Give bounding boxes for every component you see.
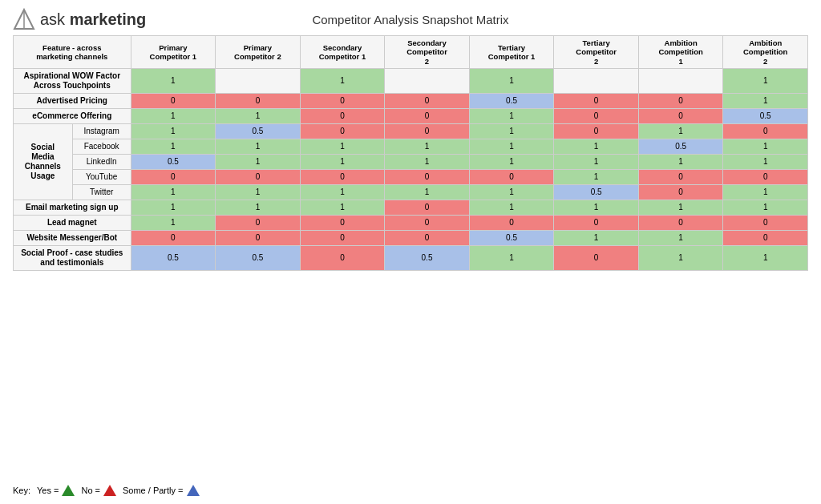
col-header-sc1: SecondaryCompetitor 1 — [300, 36, 385, 69]
key-yes: Yes = — [37, 485, 75, 496]
logo-marketing: marketing — [65, 10, 146, 28]
value-cell: 0 — [385, 170, 470, 185]
value-cell: 0 — [638, 170, 723, 185]
value-cell: 0 — [300, 94, 385, 109]
value-cell: 0 — [638, 109, 723, 124]
value-cell: 1 — [638, 246, 723, 271]
value-cell: 0 — [469, 216, 554, 231]
value-cell — [385, 69, 470, 94]
value-cell: 0 — [638, 185, 723, 200]
value-cell: 0 — [216, 216, 301, 231]
value-cell: 0.5 — [469, 231, 554, 246]
value-cell: 0.5 — [723, 109, 808, 124]
value-cell: 0 — [131, 94, 216, 109]
value-cell: 0 — [385, 109, 470, 124]
col-header-tc2: TertiaryCompetitor2 — [554, 36, 639, 69]
table-row: LinkedIn0.51111111 — [14, 155, 808, 170]
col-header-ac1: AmbitionCompetition1 — [638, 36, 723, 69]
value-cell: 0 — [554, 109, 639, 124]
value-cell: 0.5 — [385, 246, 470, 271]
value-cell: 1 — [638, 200, 723, 216]
value-cell: 1 — [300, 155, 385, 170]
value-cell: 0 — [554, 246, 639, 271]
page-title: Competitor Analysis Snapshot Matrix — [312, 13, 508, 26]
key-some-label: Some / Partly = — [123, 486, 184, 495]
value-cell: 1 — [723, 185, 808, 200]
sub-feature-cell: YouTube — [72, 170, 131, 185]
logo-text: ask marketing — [40, 10, 146, 29]
header: ask marketing Competitor Analysis Snapsh… — [13, 8, 808, 30]
value-cell: 0 — [300, 231, 385, 246]
value-cell: 1 — [554, 231, 639, 246]
value-cell: 0 — [216, 94, 301, 109]
blue-triangle-icon — [187, 485, 200, 496]
sub-feature-cell: LinkedIn — [72, 155, 131, 170]
col-header-sc2: SecondaryCompetitor2 — [385, 36, 470, 69]
value-cell: 1 — [216, 139, 301, 155]
value-cell: 1 — [554, 139, 639, 155]
value-cell: 0 — [385, 124, 470, 139]
value-cell — [554, 69, 639, 94]
value-cell: 0.5 — [554, 185, 639, 200]
value-cell: 0 — [300, 216, 385, 231]
value-cell: 1 — [131, 109, 216, 124]
value-cell: 0.5 — [216, 246, 301, 271]
social-media-group: SocialMediaChannelsUsage — [14, 124, 73, 200]
value-cell: 0.5 — [638, 139, 723, 155]
value-cell: 1 — [131, 185, 216, 200]
feature-cell: Website Messenger/Bot — [14, 231, 131, 246]
value-cell: 1 — [723, 139, 808, 155]
header-row: Feature - acrossmarketing channels Prima… — [14, 36, 808, 69]
value-cell: 1 — [554, 155, 639, 170]
value-cell: 0 — [723, 124, 808, 139]
value-cell — [216, 69, 301, 94]
value-cell: 0 — [723, 231, 808, 246]
value-cell: 1 — [131, 216, 216, 231]
feature-cell: Email marketing sign up — [14, 200, 131, 216]
value-cell: 1 — [469, 185, 554, 200]
value-cell: 0 — [131, 170, 216, 185]
feature-cell: eCommerce Offering — [14, 109, 131, 124]
value-cell: 0 — [216, 170, 301, 185]
value-cell: 0 — [385, 94, 470, 109]
green-triangle-icon — [62, 485, 75, 496]
value-cell: 0 — [554, 94, 639, 109]
value-cell: 0 — [723, 170, 808, 185]
value-cell: 1 — [638, 124, 723, 139]
logo-icon — [13, 8, 35, 30]
value-cell: 1 — [131, 139, 216, 155]
value-cell: 0 — [385, 231, 470, 246]
matrix-table: Feature - acrossmarketing channels Prima… — [13, 35, 808, 271]
value-cell: 0 — [554, 216, 639, 231]
key-some: Some / Partly = — [123, 485, 200, 496]
value-cell: 1 — [723, 69, 808, 94]
value-cell: 0 — [216, 231, 301, 246]
table-row: Aspirational WOW Factor Across Touchpoin… — [14, 69, 808, 94]
col-header-ac2: AmbitionCompetition2 — [723, 36, 808, 69]
sub-feature-cell: Twitter — [72, 185, 131, 200]
table-row: Advertised Pricing00000.5001 — [14, 94, 808, 109]
table-row: eCommerce Offering11001000.5 — [14, 109, 808, 124]
page: ask marketing Competitor Analysis Snapsh… — [0, 0, 821, 504]
table-row: Email marketing sign up11101111 — [14, 200, 808, 216]
value-cell: 0 — [385, 216, 470, 231]
value-cell: 1 — [385, 139, 470, 155]
value-cell: 1 — [469, 246, 554, 271]
value-cell: 1 — [131, 69, 216, 94]
value-cell: 1 — [300, 69, 385, 94]
value-cell: 0.5 — [131, 155, 216, 170]
value-cell: 1 — [131, 124, 216, 139]
key-yes-label: Yes = — [37, 486, 59, 495]
sub-feature-cell: Facebook — [72, 139, 131, 155]
table-row: Social Proof - case studies and testimon… — [14, 246, 808, 271]
value-cell: 1 — [723, 94, 808, 109]
value-cell: 0 — [554, 124, 639, 139]
value-cell: 1 — [638, 155, 723, 170]
feature-cell: Lead magnet — [14, 216, 131, 231]
col-header-tc1: TertiaryCompetitor 1 — [469, 36, 554, 69]
col-header-pc1: PrimaryCompetitor 1 — [131, 36, 216, 69]
value-cell: 1 — [554, 170, 639, 185]
table-row: Twitter111110.501 — [14, 185, 808, 200]
col-header-feature: Feature - acrossmarketing channels — [14, 36, 131, 69]
value-cell: 1 — [638, 231, 723, 246]
